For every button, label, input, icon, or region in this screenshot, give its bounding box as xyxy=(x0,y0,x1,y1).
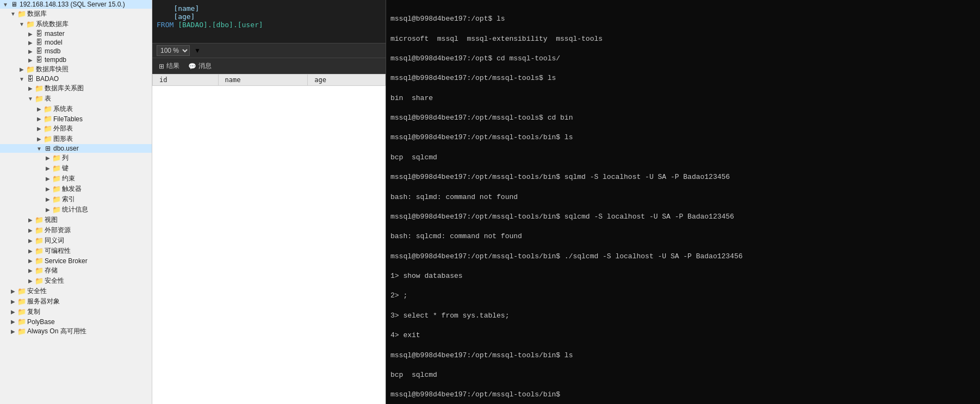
tree-item-msdb[interactable]: ▶🗄msdb xyxy=(0,47,152,55)
label-diagrams: 数据库关系图 xyxy=(45,84,152,93)
term-line-5: mssql@b998d4bee197:/opt/mssql-tools$ cd … xyxy=(390,113,976,123)
message-icon: 💬 xyxy=(188,63,196,70)
expander-indexes[interactable]: ▶ xyxy=(44,196,52,202)
tree-item-diagrams[interactable]: ▶📁数据库关系图 xyxy=(0,83,152,94)
tree-item-security[interactable]: ▶📁安全性 xyxy=(0,276,152,286)
results-panel[interactable]: idnameage xyxy=(152,74,386,404)
expander-views[interactable]: ▶ xyxy=(26,217,35,223)
tree-item-external-tables[interactable]: ▶📁外部表 xyxy=(0,123,152,134)
tree-item-programmability[interactable]: ▶📁可编程性 xyxy=(0,246,152,256)
term-line-16: 4> exit xyxy=(390,331,976,340)
expander-dbo-user[interactable]: ▼ xyxy=(35,146,44,152)
tree-item-snapshots[interactable]: ▶📁数据库快照 xyxy=(0,64,152,74)
expander-service-broker[interactable]: ▶ xyxy=(26,258,35,264)
expander-system-dbs[interactable]: ▼ xyxy=(17,21,26,27)
term-line-8: mssql@b998d4bee197:/opt/mssql-tools/bin$… xyxy=(390,172,976,182)
expander-model[interactable]: ▶ xyxy=(26,40,35,46)
expander-badao[interactable]: ▼ xyxy=(17,76,26,82)
tree-item-graph-tables[interactable]: ▶📁图形表 xyxy=(0,134,152,144)
label-stats: 统计信息 xyxy=(62,205,152,214)
tree-item-server-objects[interactable]: ▶📁服务器对象 xyxy=(0,296,152,307)
expander-replication[interactable]: ▶ xyxy=(9,309,17,315)
expander-graph-tables[interactable]: ▶ xyxy=(35,136,44,142)
tree-item-system-dbs[interactable]: ▼📁系统数据库 xyxy=(0,19,152,29)
sql-line-age: [age] xyxy=(157,13,195,21)
term-line-3: mssql@b998d4bee197:/opt/mssql-tools$ ls xyxy=(390,73,976,83)
tree-item-security2[interactable]: ▶📁安全性 xyxy=(0,286,152,296)
tab-results[interactable]: ⊞ 结果 xyxy=(157,60,182,72)
label-model: model xyxy=(45,39,152,46)
expander-security2[interactable]: ▶ xyxy=(9,288,17,294)
label-service-broker: Service Broker xyxy=(45,257,152,265)
tree-item-stats[interactable]: ▶📁统计信息 xyxy=(0,204,152,215)
expander-server-objects[interactable]: ▶ xyxy=(9,299,17,304)
tree-item-tempdb[interactable]: ▶🗄tempdb xyxy=(0,55,152,64)
tab-messages[interactable]: 💬 消息 xyxy=(186,60,214,72)
expander-tables[interactable]: ▼ xyxy=(26,96,35,102)
expander-polybase[interactable]: ▶ xyxy=(9,319,17,325)
label-system-dbs: 系统数据库 xyxy=(36,20,152,29)
expander-msdb[interactable]: ▶ xyxy=(26,48,35,54)
expander-stats[interactable]: ▶ xyxy=(44,207,52,213)
expander-programmability[interactable]: ▶ xyxy=(26,248,35,254)
tree-item-views[interactable]: ▶📁视图 xyxy=(0,215,152,225)
object-explorer: ▼🖥192.168.148.133 (SQL Server 15.0.)▼📁数据… xyxy=(0,0,152,404)
label-server: 192.168.148.133 (SQL Server 15.0.) xyxy=(20,1,152,8)
expander-filetables[interactable]: ▶ xyxy=(35,116,44,122)
expander-tempdb[interactable]: ▶ xyxy=(26,57,35,63)
expander-security[interactable]: ▶ xyxy=(26,278,35,284)
tree-item-dbo-user[interactable]: ▼⊞dbo.user xyxy=(0,144,152,153)
tree-item-server[interactable]: ▼🖥192.168.148.133 (SQL Server 15.0.) xyxy=(0,0,152,9)
expander-columns[interactable]: ▶ xyxy=(44,155,52,161)
label-columns: 列 xyxy=(62,153,152,163)
tree-item-filetables[interactable]: ▶📁FileTables xyxy=(0,114,152,123)
tree-item-system-tables[interactable]: ▶📁系统表 xyxy=(0,104,152,114)
results-table: idnameage xyxy=(152,74,386,86)
tree-item-keys[interactable]: ▶📁键 xyxy=(0,163,152,173)
expander-synonyms[interactable]: ▶ xyxy=(26,238,35,244)
tree-item-databases[interactable]: ▼📁数据库 xyxy=(0,9,152,19)
tree-item-master[interactable]: ▶🗄master xyxy=(0,29,152,38)
expander-databases[interactable]: ▼ xyxy=(9,11,17,17)
results-header-row: idnameage xyxy=(153,74,386,86)
folder-icon: 📁 xyxy=(17,308,26,316)
folder-icon: 📁 xyxy=(17,10,26,18)
tree-item-tables[interactable]: ▼📁表 xyxy=(0,94,152,104)
label-polybase: PolyBase xyxy=(27,318,152,326)
expander-diagrams[interactable]: ▶ xyxy=(26,85,35,91)
tree-item-service-broker[interactable]: ▶📁Service Broker xyxy=(0,256,152,265)
col-header-id: id xyxy=(153,74,219,86)
expander-external-tables[interactable]: ▶ xyxy=(35,126,44,132)
expander-master[interactable]: ▶ xyxy=(26,31,35,37)
expander-keys[interactable]: ▶ xyxy=(44,165,52,171)
label-master: master xyxy=(45,30,152,38)
tree-item-triggers[interactable]: ▶📁触发器 xyxy=(0,184,152,194)
tree-item-synonyms[interactable]: ▶📁同义词 xyxy=(0,235,152,246)
folder-icon: 📁 xyxy=(52,164,61,172)
tree-item-columns[interactable]: ▶📁列 xyxy=(0,153,152,163)
folder-icon: 📁 xyxy=(52,195,61,203)
expander-external-resources[interactable]: ▶ xyxy=(26,227,35,233)
terminal-panel[interactable]: mssql@b998d4bee197:/opt$ ls microsoft ms… xyxy=(386,0,980,404)
label-system-tables: 系统表 xyxy=(53,104,152,114)
tree-item-always-on[interactable]: ▶📁Always On 高可用性 xyxy=(0,326,152,337)
tree-item-polybase[interactable]: ▶📁PolyBase xyxy=(0,317,152,326)
tree-item-replication[interactable]: ▶📁复制 xyxy=(0,307,152,317)
expander-always-on[interactable]: ▶ xyxy=(9,328,17,334)
expander-storage[interactable]: ▶ xyxy=(26,268,35,274)
tree-item-badao[interactable]: ▼🗄BADAO xyxy=(0,74,152,83)
expander-server[interactable]: ▼ xyxy=(1,2,10,8)
expander-snapshots[interactable]: ▶ xyxy=(17,66,26,72)
zoom-select[interactable]: 100 % xyxy=(157,45,190,56)
tree-item-storage[interactable]: ▶📁存储 xyxy=(0,265,152,276)
tree-item-constraints[interactable]: ▶📁约束 xyxy=(0,173,152,184)
sql-editor[interactable]: [name] [age] FROM [BADAO].[dbo].[user] xyxy=(152,0,386,43)
server-icon: 🖥 xyxy=(10,1,18,8)
tree-item-indexes[interactable]: ▶📁索引 xyxy=(0,194,152,204)
tree-item-model[interactable]: ▶🗄model xyxy=(0,38,152,47)
expander-system-tables[interactable]: ▶ xyxy=(35,106,44,112)
expander-triggers[interactable]: ▶ xyxy=(44,186,52,192)
tree-item-external-resources[interactable]: ▶📁外部资源 xyxy=(0,225,152,235)
col-header-name: name xyxy=(218,74,308,86)
expander-constraints[interactable]: ▶ xyxy=(44,176,52,182)
